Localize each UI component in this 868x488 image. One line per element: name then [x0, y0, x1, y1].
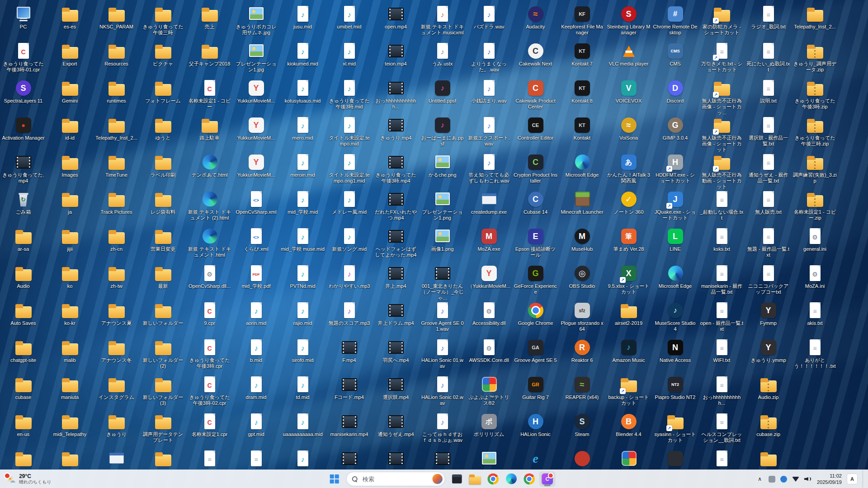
desktop-icon[interactable]: VLC media player	[605, 41, 652, 78]
desktop-icon[interactable]: ↗家の防犯カメラ - ショートカット	[698, 4, 745, 41]
desktop-icon[interactable]: ピクチャ	[140, 41, 186, 78]
desktop-icon[interactable]: 選択肢.mp4	[373, 374, 419, 411]
desktop-icon[interactable]: GAGroove Agent SE 5	[512, 337, 559, 374]
desktop-icon[interactable]: YYukkuriMovieM...	[233, 152, 279, 189]
desktop-icon[interactable]: 売上	[186, 4, 233, 41]
taskbar-search[interactable]	[346, 472, 445, 486]
start-button[interactable]	[326, 471, 343, 487]
desktop-icon[interactable]: 画像1.png	[419, 226, 466, 263]
desktop-icon[interactable]: ♪kiokumed.mid	[279, 41, 326, 78]
desktop-icon[interactable]: teion.mp4	[373, 41, 419, 78]
desktop-icon[interactable]: ♪きゅうり食ってた午後3時.mid	[326, 78, 373, 115]
taskbar-app-file-explorer[interactable]	[467, 471, 483, 487]
desktop-icon[interactable]	[466, 448, 512, 470]
desktop-icon[interactable]: RReaktor 6	[559, 337, 605, 374]
desktop-icon[interactable]: ポポリリリズム	[466, 411, 512, 448]
desktop-icon[interactable]: ≡ヘルスコンプレッション__歌詞.txt	[698, 411, 745, 448]
desktop-icon[interactable]: midi_Telepathy	[47, 411, 93, 448]
desktop-icon[interactable]: Images	[47, 152, 93, 189]
desktop-icon[interactable]: 調声練習(失敗)_3.zip	[792, 152, 838, 189]
desktop-icon[interactable]: ♪わかりやすい.mp3	[326, 263, 373, 300]
desktop-icon[interactable]: ≡	[186, 448, 233, 470]
desktop-icon[interactable]: きゅうり食ってた午後3時.zip	[792, 78, 838, 115]
desktop-icon[interactable]	[0, 448, 47, 470]
wifi-icon[interactable]	[792, 477, 799, 482]
desktop-icon[interactable]: ♪mid_学校.mid	[279, 189, 326, 226]
desktop-icon[interactable]: ♪jusu.mid	[279, 4, 326, 41]
desktop-icon[interactable]: KTKontakt	[559, 115, 605, 152]
desktop-icon[interactable]: ↗無人販売不正行為画像 - ショートカット	[698, 115, 745, 152]
desktop-icon[interactable]: ⚙Accessibility.dll	[466, 300, 512, 337]
desktop-icon[interactable]: ↗無人販売不正行為動画 - ショートカット	[698, 152, 745, 189]
desktop-icon[interactable]: レジ袋有料	[140, 189, 186, 226]
desktop-icon[interactable]: ♪kotusytuaus.mid	[279, 78, 326, 115]
desktop-icon[interactable]: アナウンス冬	[93, 337, 140, 374]
desktop-icon[interactable]: Export	[47, 41, 93, 78]
desktop-icon[interactable]: ♪パズドラ.wav	[466, 4, 512, 41]
desktop-icon[interactable]: ラベル印刷	[140, 152, 186, 189]
desktop-icon[interactable]: 羽尻へ.mp4	[373, 337, 419, 374]
desktop-icon[interactable]: DDiscord	[652, 78, 698, 115]
desktop-icon[interactable]: ar-sa	[0, 226, 47, 263]
desktop-icon[interactable]: CCrypton Product Installer	[512, 152, 559, 189]
desktop-icon[interactable]: Track Pictures	[93, 189, 140, 226]
desktop-icon[interactable]: ko-kr	[47, 300, 93, 337]
desktop-icon[interactable]: Cきゅうり食ってた午後3時-01.cpr	[0, 41, 47, 78]
desktop-icon[interactable]: きゅうり	[93, 411, 140, 448]
desktop-icon[interactable]: 路上駐車	[186, 115, 233, 152]
desktop-icon[interactable]: ♪HALion Sonic 01.wav	[419, 337, 466, 374]
desktop-icon[interactable]: きゅうり食ってた午後三時.zip	[792, 115, 838, 152]
desktop-icon[interactable]: CCakewalk Next	[512, 41, 559, 78]
desktop-icon[interactable]: Yきゅうり.ymmp	[745, 337, 792, 374]
desktop-icon[interactable]: ♪うみ.ustx	[419, 41, 466, 78]
desktop-icon[interactable]: airset2-2019	[605, 300, 652, 337]
desktop-icon[interactable]: chatgpt-site	[0, 337, 47, 374]
desktop-icon[interactable]: ≡無題 - 親作品一覧.txt	[745, 226, 792, 263]
desktop-icon[interactable]: ⚙MoZA.ini	[792, 263, 838, 300]
desktop-icon[interactable]: ♪無題のスコア.mp3	[326, 300, 373, 337]
desktop-icon[interactable]: ≡ニコニコバックアップコーtxt	[745, 263, 792, 300]
desktop-icon[interactable]: Audio	[0, 263, 47, 300]
desktop-icon[interactable]: en-us	[0, 411, 47, 448]
desktop-icon[interactable]	[326, 448, 373, 470]
desktop-icon[interactable]: ♪MuseScore Studio 4	[652, 300, 698, 337]
desktop-icon[interactable]: ♪gpt.mid	[233, 411, 279, 448]
desktop-icon[interactable]	[652, 448, 698, 470]
desktop-icon[interactable]: ♪	[279, 448, 326, 470]
desktop-icon[interactable]: ♪こってゅｈｄすおｆｄｓｂぷぉ.wav	[419, 411, 466, 448]
tray-icon-misc[interactable]	[769, 476, 775, 483]
desktop-icon[interactable]: だれたFXいれたやつ.mp4	[373, 189, 419, 226]
desktop-icon[interactable]: ♪mid_学校 muse.mid	[279, 226, 326, 263]
desktop-icon[interactable]: ●Activation Manager	[0, 115, 47, 152]
desktop-icon[interactable]: NT2Piapro Studio NT2	[652, 374, 698, 411]
desktop-icon[interactable]: ↗syasinn - ショートカット	[652, 411, 698, 448]
desktop-icon[interactable]: 名称未設定1 - コピー.zip	[792, 189, 838, 226]
desktop-icon[interactable]: ♪td.mid	[279, 374, 326, 411]
desktop-icon[interactable]: ≡説明.txt	[745, 78, 792, 115]
desktop-icon[interactable]: ≡選択肢 - 親作品一覧.txt	[745, 115, 792, 152]
desktop-icon[interactable]: F.mp4	[326, 337, 373, 374]
desktop-icon[interactable]: CCubase 14	[512, 189, 559, 226]
desktop-icon[interactable]: GGIMP 3.0.4	[652, 115, 698, 152]
desktop-icon[interactable]: ♪xl.mid	[326, 41, 373, 78]
desktop-icon[interactable]: 通知うぜえ.mp4	[373, 411, 419, 448]
desktop-icon[interactable]: ♪rajio.mid	[279, 300, 326, 337]
desktop-icon[interactable]: Microsoft Edge	[559, 152, 605, 189]
taskbar-app-google-chrome[interactable]	[485, 471, 501, 487]
desktop-icon[interactable]: きゅうり_調声用データ.zip	[792, 41, 838, 78]
desktop-icon[interactable]	[745, 448, 792, 470]
desktop-icon[interactable]: C名称未設定1.cpr	[186, 411, 233, 448]
desktop-icon[interactable]: createdump.exe	[466, 189, 512, 226]
desktop-icon[interactable]: プレゼンテーション1.png	[419, 189, 466, 226]
desktop-icon[interactable]: ◎OBS Studio	[559, 263, 605, 300]
desktop-icon[interactable]: Google Chrome	[512, 300, 559, 337]
desktop-icon[interactable]: Fコード.mp4	[326, 374, 373, 411]
desktop-icon[interactable]: Minecraft Launcher	[559, 189, 605, 226]
desktop-icon[interactable]: CCakewalk Product Center	[512, 78, 559, 115]
tray-icon-app[interactable]	[780, 476, 787, 483]
desktop-icon[interactable]: Y（YukkuriMovieM...	[466, 263, 512, 300]
desktop-icon[interactable]: 001_東北きりたん（ノーマル）_今じゃ...	[419, 263, 466, 300]
desktop-icon[interactable]: ♪HALion Sonic 02.wav	[419, 374, 466, 411]
search-highlight-image[interactable]	[433, 474, 443, 484]
desktop-icon[interactable]: sfzPlogue sforzando x64	[559, 300, 605, 337]
